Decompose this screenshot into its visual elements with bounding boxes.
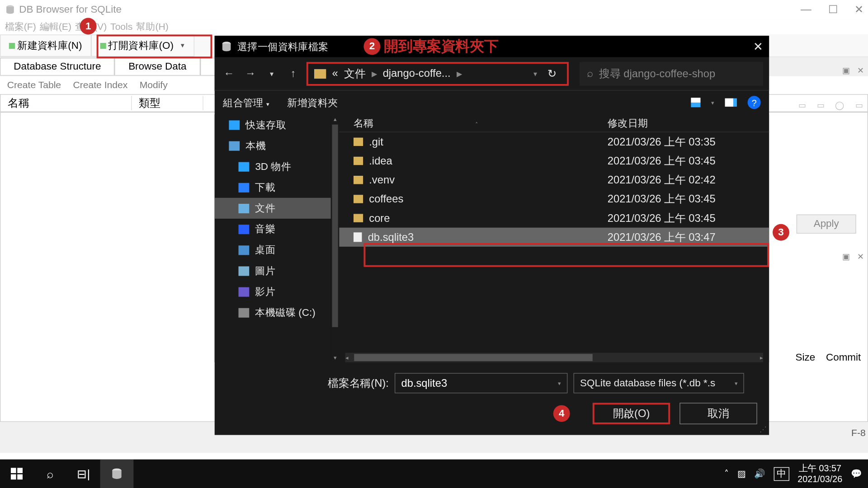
search-button[interactable]: ⌕ xyxy=(33,460,67,488)
help-button[interactable]: ? xyxy=(748,96,761,109)
dialog-navbar: ← → ▾ ↑ « 文件 ▶ django-coffe... ▶ ▾ ↻ ⌕ 搜… xyxy=(215,57,769,91)
sidebar-scrollbar[interactable] xyxy=(332,125,338,327)
new-database-button[interactable]: 新建資料庫(N) xyxy=(0,34,91,56)
panel-window-controls: ▣ ✕ xyxy=(842,66,864,75)
open-button[interactable]: 開啟(O) xyxy=(593,403,670,424)
tray-chevron-icon[interactable]: ˄ xyxy=(724,468,729,479)
encoding-label: F-8 xyxy=(851,428,866,439)
filename-input[interactable]: db.sqlite3▾ xyxy=(395,373,567,394)
file-icon xyxy=(354,232,362,242)
notifications-icon[interactable]: 💬 xyxy=(851,468,862,479)
sidebar-item[interactable]: 本機 xyxy=(215,135,331,156)
horizontal-scrollbar[interactable]: ◂ ▸ xyxy=(345,353,763,362)
minimize-button[interactable]: — xyxy=(801,3,811,16)
start-button[interactable] xyxy=(0,460,33,488)
folder-icon xyxy=(238,203,249,213)
nav-up-button[interactable]: ↑ xyxy=(285,67,302,80)
view-mode-button[interactable] xyxy=(691,98,700,107)
panel-icon[interactable]: ▭ xyxy=(798,100,806,110)
file-open-dialog: 選擇一個資料庫檔案 ✕ ← → ▾ ↑ « 文件 ▶ django-coffe.… xyxy=(215,36,769,435)
new-folder-button[interactable]: 新增資料夾 xyxy=(287,96,338,109)
apply-button[interactable]: Apply xyxy=(797,215,856,234)
sidebar-item[interactable]: 文件 xyxy=(215,198,331,219)
maximize-button[interactable]: ☐ xyxy=(828,3,838,16)
sidebar-item[interactable]: 快速存取 xyxy=(215,114,331,135)
annotation-step-3: 3 xyxy=(773,224,789,241)
annotation-step-4: 4 xyxy=(553,405,570,422)
panel-icon[interactable]: ▭ xyxy=(855,100,863,110)
col-header-name[interactable]: 名稱˄ xyxy=(339,116,607,130)
sidebar-item[interactable]: 圖片 xyxy=(215,260,331,281)
annotation-text-2: 開到專案資料夾下 xyxy=(384,37,498,56)
file-row[interactable]: .idea2021/03/26 上午 03:45 xyxy=(339,151,769,170)
file-row[interactable]: .venv2021/03/26 上午 02:42 xyxy=(339,170,769,189)
create-table-button[interactable]: Create Table xyxy=(7,80,61,91)
close-icon[interactable]: ✕ xyxy=(857,66,864,75)
restore-icon[interactable]: ▣ xyxy=(842,251,850,261)
tab-browse-data[interactable]: Browse Data xyxy=(115,58,200,76)
sidebar-item[interactable]: 本機磁碟 (C:) xyxy=(215,302,331,323)
sidebar-item[interactable]: 影片 xyxy=(215,281,331,302)
crumb-project[interactable]: django-coffe... xyxy=(383,67,451,80)
nav-back-button[interactable]: ← xyxy=(221,67,237,80)
crumb-documents[interactable]: 文件 xyxy=(344,66,365,81)
col-header-date[interactable]: 修改日期 xyxy=(608,116,648,130)
file-type-filter[interactable]: SQLite database files (*.db *.s▾ xyxy=(574,373,744,394)
nav-recent-button[interactable]: ▾ xyxy=(264,70,280,78)
restore-icon[interactable]: ▣ xyxy=(842,66,850,75)
titlebar: DB Browser for SQLite — ☐ ✕ xyxy=(0,0,868,19)
organize-button[interactable]: 組合管理 ▾ xyxy=(223,96,269,109)
panel-icon[interactable]: ▭ xyxy=(817,100,825,110)
ime-indicator[interactable]: 中 xyxy=(774,467,789,480)
sidebar-item[interactable]: 3D 物件 xyxy=(215,156,331,177)
sidebar-item[interactable]: 下載 xyxy=(215,177,331,198)
breadcrumb[interactable]: « 文件 ▶ django-coffe... ▶ ▾ ↻ xyxy=(307,61,569,85)
file-row[interactable]: db.sqlite32021/03/26 上午 03:47 xyxy=(339,228,769,247)
file-row[interactable]: coffees2021/03/26 上午 03:45 xyxy=(339,189,769,208)
preview-pane-button[interactable] xyxy=(725,99,737,107)
file-row[interactable]: core2021/03/26 上午 03:45 xyxy=(339,209,769,228)
nav-forward-button[interactable]: → xyxy=(242,67,259,80)
refresh-button[interactable]: ↻ xyxy=(543,67,561,80)
sidebar-item[interactable]: 桌面 xyxy=(215,239,331,260)
database-icon xyxy=(5,4,16,15)
window-title: DB Browser for SQLite xyxy=(19,4,122,15)
annotation-step-1: 1 xyxy=(80,18,97,35)
folder-icon xyxy=(238,266,249,276)
open-database-button[interactable]: 打開資料庫(O)▼ xyxy=(91,34,194,56)
panel-icon[interactable]: ◯ xyxy=(835,100,844,110)
volume-icon[interactable]: 🔊 xyxy=(754,468,765,479)
folder-icon xyxy=(238,224,249,234)
svg-rect-2 xyxy=(11,468,16,473)
cancel-button[interactable]: 取消 xyxy=(679,403,757,424)
menu-tools[interactable]: Tools xyxy=(110,21,132,32)
folder-icon xyxy=(354,195,363,203)
database-icon xyxy=(221,41,232,52)
clock[interactable]: 上午 03:57 2021/03/26 xyxy=(797,463,842,484)
dialog-close-button[interactable]: ✕ xyxy=(753,39,763,54)
resize-grip-icon[interactable]: ⋰ xyxy=(760,426,767,434)
menu-file[interactable]: 檔案(F) xyxy=(5,20,36,33)
folder-icon xyxy=(238,162,249,171)
filename-label: 檔案名稱(N): xyxy=(328,376,389,390)
task-view-button[interactable]: ⊟| xyxy=(67,460,100,488)
taskbar-db-browser[interactable] xyxy=(100,460,134,488)
col-name[interactable]: 名稱 xyxy=(0,96,132,110)
close-icon[interactable]: ✕ xyxy=(857,251,864,261)
col-type[interactable]: 類型 xyxy=(132,96,203,110)
close-button[interactable]: ✕ xyxy=(854,3,863,16)
remote-columns: Size Commit xyxy=(796,352,861,363)
file-row[interactable]: .git2021/03/26 上午 03:35 xyxy=(339,132,769,151)
tab-db-structure[interactable]: Database Structure xyxy=(0,58,115,76)
dialog-toolbar: 組合管理 ▾ 新增資料夾 ▾ ? xyxy=(215,90,769,114)
create-index-button[interactable]: Create Index xyxy=(73,80,127,91)
search-input[interactable]: ⌕ 搜尋 django-coffee-shop xyxy=(580,61,763,85)
file-list-header: 名稱˄ 修改日期 xyxy=(339,114,769,132)
chevron-down-icon[interactable]: ▾ xyxy=(533,70,537,78)
modify-button[interactable]: Modify xyxy=(140,80,168,91)
folder-icon xyxy=(354,157,363,165)
sidebar-item[interactable]: 音樂 xyxy=(215,219,331,239)
network-icon[interactable]: ▨ xyxy=(737,468,745,479)
menu-edit[interactable]: 編輯(E) xyxy=(40,20,71,33)
menu-help[interactable]: 幫助(H) xyxy=(136,20,168,33)
